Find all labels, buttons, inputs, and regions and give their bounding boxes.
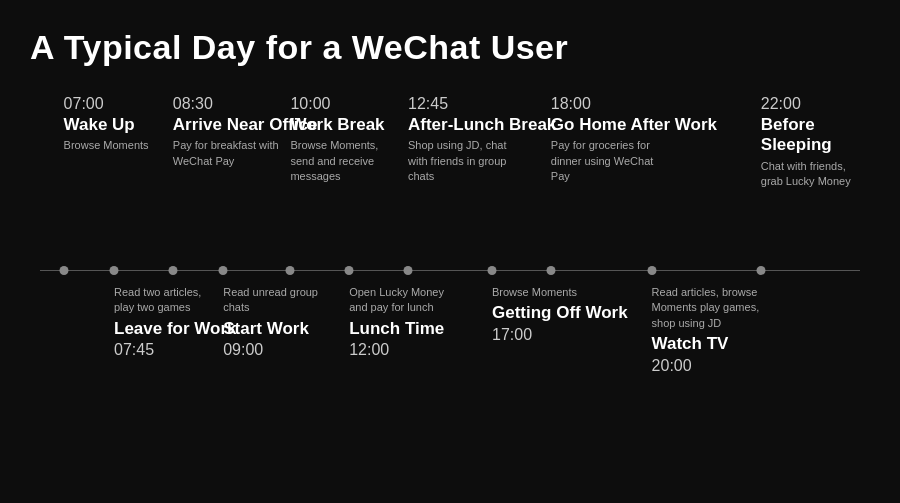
event-title: Leave for Work	[114, 319, 237, 339]
below-timeline-item-start-work: Read unread group chats Start Work 09:00	[223, 285, 333, 359]
timeline-container: 07:00 Wake Up Browse Moments 08:30 Arriv…	[30, 95, 870, 435]
event-title: Watch TV	[652, 334, 762, 354]
timeline-dot	[168, 266, 177, 275]
event-title: After-Lunch Break	[408, 115, 556, 135]
event-desc: Read two articles, play two games	[114, 285, 224, 316]
time-label: 20:00	[652, 357, 762, 375]
timeline-dot	[345, 266, 354, 275]
time-label: 17:00	[492, 326, 628, 344]
event-title: Lunch Time	[349, 319, 459, 339]
page-title: A Typical Day for a WeChat User	[30, 28, 870, 67]
below-timeline-item-lunch-time: Open Lucky Money and pay for lunch Lunch…	[349, 285, 459, 359]
page: A Typical Day for a WeChat User 07:00 Wa…	[0, 0, 900, 503]
time-label: 18:00	[551, 95, 717, 113]
above-timeline-item-before-sleeping: 22:00 Before Sleeping Chat with friends,…	[761, 95, 870, 190]
timeline-dot	[286, 266, 295, 275]
event-desc: Browse Moments	[492, 285, 602, 300]
event-desc: Read articles, browse Moments play games…	[652, 285, 762, 331]
time-label: 10:00	[290, 95, 400, 113]
event-desc: Pay for breakfast with WeChat Pay	[173, 138, 283, 169]
timeline-line	[40, 270, 860, 271]
below-timeline-item-getting-off-work: Browse Moments Getting Off Work 17:00	[492, 285, 628, 344]
time-label: 07:45	[114, 341, 237, 359]
timeline-dot	[219, 266, 228, 275]
above-timeline-item-go-home-after-work: 18:00 Go Home After Work Pay for groceri…	[551, 95, 717, 185]
time-label: 07:00	[64, 95, 149, 113]
above-timeline-item-wake-up: 07:00 Wake Up Browse Moments	[64, 95, 149, 154]
timeline-dot	[404, 266, 413, 275]
event-desc: Shop using JD, chat with friends in grou…	[408, 138, 518, 184]
time-label: 22:00	[761, 95, 870, 113]
timeline-dot	[546, 266, 555, 275]
above-timeline-item-work-break: 10:00 Work Break Browse Moments, send an…	[290, 95, 400, 185]
event-desc: Pay for groceries for dinner using WeCha…	[551, 138, 661, 184]
time-label: 12:00	[349, 341, 459, 359]
event-desc: Open Lucky Money and pay for lunch	[349, 285, 459, 316]
below-timeline-item-watch-tv: Read articles, browse Moments play games…	[652, 285, 762, 375]
event-desc: Browse Moments, send and receive message…	[290, 138, 400, 184]
below-timeline-item-leave-for-work: Read two articles, play two games Leave …	[114, 285, 237, 359]
event-title: Go Home After Work	[551, 115, 717, 135]
event-title: Work Break	[290, 115, 400, 135]
timeline-dot	[488, 266, 497, 275]
event-title: Wake Up	[64, 115, 149, 135]
timeline-dot	[756, 266, 765, 275]
time-label: 12:45	[408, 95, 556, 113]
event-desc: Chat with friends, grab Lucky Money	[761, 159, 870, 190]
timeline-dot	[59, 266, 68, 275]
event-title: Start Work	[223, 319, 333, 339]
event-desc: Browse Moments	[64, 138, 149, 153]
event-desc: Read unread group chats	[223, 285, 333, 316]
event-title: Before Sleeping	[761, 115, 870, 156]
event-title: Getting Off Work	[492, 303, 628, 323]
timeline-dot	[647, 266, 656, 275]
above-timeline-item-after-lunch-break: 12:45 After-Lunch Break Shop using JD, c…	[408, 95, 556, 185]
timeline-dot	[110, 266, 119, 275]
time-label: 09:00	[223, 341, 333, 359]
